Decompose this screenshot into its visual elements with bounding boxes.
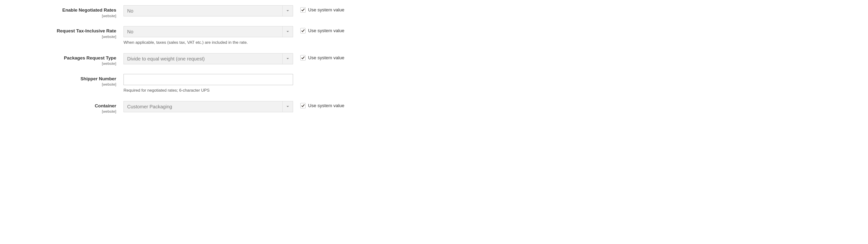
container-label: Container: [0, 103, 116, 109]
chevron-down-icon: [282, 26, 293, 37]
tax-inclusive-use-system-checkbox[interactable]: [300, 28, 306, 33]
tax-inclusive-label: Request Tax-Inclusive Rate: [0, 28, 116, 34]
container-value: Customer Packaging: [124, 101, 293, 112]
negotiated-rates-scope: [website]: [0, 14, 116, 18]
negotiated-rates-label: Enable Negotiated Rates: [0, 7, 116, 13]
chevron-down-icon: [282, 101, 293, 112]
tax-inclusive-use-system-label: Use system value: [308, 28, 344, 33]
container-select[interactable]: Customer Packaging: [124, 101, 293, 112]
packages-request-use-system-checkbox[interactable]: [300, 55, 306, 61]
packages-request-use-system-label: Use system value: [308, 55, 344, 61]
container-scope: [website]: [0, 109, 116, 113]
shipper-number-hint: Required for negotiated rates; 6-charact…: [124, 88, 293, 93]
chevron-down-icon: [282, 5, 293, 16]
packages-request-value: Divide to equal weight (one request): [124, 53, 293, 64]
packages-request-scope: [website]: [0, 62, 116, 66]
packages-request-label: Packages Request Type: [0, 55, 116, 61]
container-use-system-label: Use system value: [308, 103, 344, 108]
negotiated-rates-use-system-label: Use system value: [308, 7, 344, 12]
shipper-number-input[interactable]: [124, 74, 293, 85]
tax-inclusive-select[interactable]: No: [124, 26, 293, 37]
shipper-number-label: Shipper Number: [0, 76, 116, 82]
negotiated-rates-select[interactable]: No: [124, 5, 293, 16]
negotiated-rates-use-system-checkbox[interactable]: [300, 7, 306, 12]
packages-request-select[interactable]: Divide to equal weight (one request): [124, 53, 293, 64]
tax-inclusive-value: No: [124, 26, 293, 37]
container-use-system-checkbox[interactable]: [300, 103, 306, 108]
chevron-down-icon: [282, 53, 293, 64]
tax-inclusive-scope: [website]: [0, 35, 116, 39]
tax-inclusive-hint: When applicable, taxes (sales tax, VAT e…: [124, 40, 293, 45]
negotiated-rates-value: No: [124, 5, 293, 16]
shipper-number-scope: [website]: [0, 82, 116, 86]
